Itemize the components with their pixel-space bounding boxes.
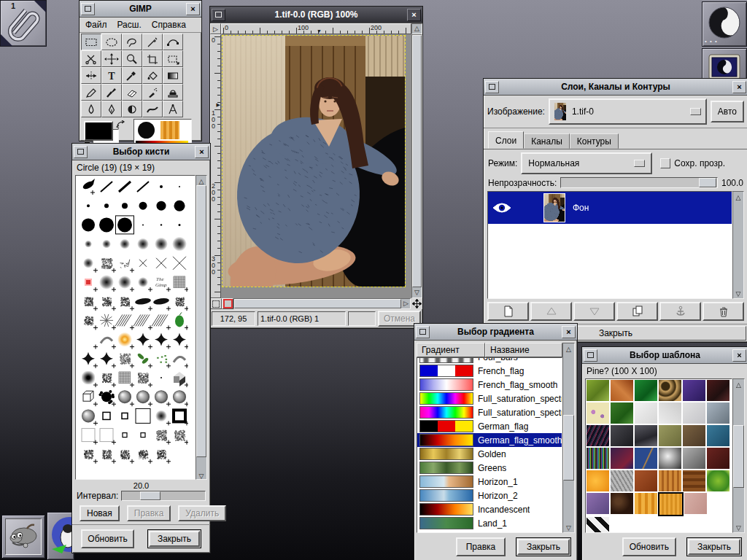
qmask-off-button[interactable]	[210, 298, 222, 309]
minimize-button[interactable]	[212, 9, 225, 21]
close-dialog-button[interactable]: Закрыть	[149, 531, 200, 547]
pattern-cell-1[interactable]	[610, 379, 634, 402]
minimize-button[interactable]	[416, 326, 430, 338]
image-canvas[interactable]	[222, 35, 406, 287]
layer-row[interactable]: Фон	[488, 192, 732, 224]
tool-move[interactable]	[101, 50, 122, 67]
edit-brush-button[interactable]: Правка	[127, 505, 171, 521]
scroll-thumb[interactable]	[196, 185, 206, 457]
auto-button[interactable]: Авто	[711, 101, 744, 122]
pattern-cell-27[interactable]	[658, 470, 682, 492]
brush-grid-canvas[interactable]	[76, 176, 188, 470]
minimize-button[interactable]	[81, 3, 95, 15]
minimize-button[interactable]	[74, 146, 88, 158]
pattern-cell-7[interactable]	[610, 402, 634, 424]
tool-crop[interactable]	[142, 50, 163, 67]
pattern-cell-12[interactable]	[586, 424, 610, 447]
pattern-cell-31[interactable]	[610, 492, 634, 515]
gradient-row-French_flag_smooth[interactable]: French_flag_smooth	[417, 378, 562, 392]
close-button[interactable]: ×	[562, 326, 576, 338]
spacing-slider[interactable]	[121, 491, 206, 501]
brush-scrollbar[interactable]: △ ▽	[196, 175, 207, 480]
tool-dodge-burn[interactable]	[122, 101, 142, 117]
navigation-button[interactable]	[411, 298, 422, 309]
image-dropdown[interactable]: 1.tif-0	[549, 98, 707, 125]
hscroll-right-arrow[interactable]: ▷	[402, 299, 410, 308]
pattern-cell-32[interactable]	[634, 492, 658, 515]
pattern-cell-21[interactable]	[658, 447, 682, 470]
pattern-cell-33[interactable]	[658, 492, 684, 516]
new-layer-button[interactable]	[487, 302, 529, 321]
delete-brush-button[interactable]: Удалить	[178, 505, 226, 521]
tab-layers[interactable]: Слои	[488, 131, 524, 149]
gradient-row-Horizon_2[interactable]: Horizon_2	[417, 489, 562, 502]
gradient-row-Incandescent[interactable]: Incandescent	[417, 502, 562, 516]
pattern-cell-18[interactable]	[586, 447, 610, 470]
tool-ellipse-select[interactable]	[101, 34, 122, 50]
scroll-thumb[interactable]	[733, 425, 744, 488]
scroll-down-arrow[interactable]: ▽	[733, 522, 744, 532]
gradient-row-Horizon_1[interactable]: Horizon_1	[417, 475, 562, 489]
menu-xtns[interactable]: Расш.	[117, 20, 142, 30]
pattern-cell-26[interactable]	[634, 470, 658, 492]
pattern-cell-16[interactable]	[682, 424, 706, 447]
tool-measure[interactable]	[163, 101, 183, 117]
scroll-down-arrow[interactable]: ▽	[733, 288, 743, 298]
tool-rect-select[interactable]	[81, 34, 101, 50]
close-button[interactable]: ×	[732, 81, 746, 93]
gradient-row-German_flag[interactable]: German_flag	[417, 419, 562, 433]
close-button[interactable]: ×	[186, 3, 200, 15]
image-menu-button[interactable]: ▷	[210, 23, 221, 34]
visibility-eye-icon[interactable]	[492, 202, 511, 214]
vscroll-thumb[interactable]	[412, 35, 422, 287]
pattern-cell-25[interactable]	[610, 470, 634, 492]
tool-ink[interactable]	[101, 101, 122, 117]
tab-paths[interactable]: Контуры	[570, 133, 619, 149]
close-button[interactable]: ×	[195, 146, 209, 158]
layers-titlebar[interactable]: Слои, Каналы и Контуры ×	[484, 79, 747, 96]
pattern-cell-29[interactable]	[706, 470, 730, 492]
tool-text[interactable]: T	[101, 67, 122, 84]
tab-channels[interactable]: Каналы	[524, 133, 570, 149]
pattern-cell-13[interactable]	[610, 424, 634, 447]
pattern-titlebar[interactable]: Выбор шаблона ×	[582, 347, 747, 364]
swap-colors-icon[interactable]	[116, 120, 126, 129]
horizontal-scrollbar[interactable]: ▷	[233, 298, 411, 309]
anchor-layer-button[interactable]	[659, 302, 701, 321]
tool-transform[interactable]	[163, 50, 183, 67]
tool-flip[interactable]	[81, 67, 101, 84]
brush-list[interactable]	[75, 175, 196, 480]
scroll-up-arrow[interactable]: △	[196, 176, 206, 184]
vscroll-up-arrow[interactable]: △	[411, 23, 422, 34]
layer-scrollbar[interactable]: △ ▽	[732, 191, 744, 299]
opacity-slider[interactable]	[560, 177, 718, 188]
refresh-button[interactable]: Обновить	[622, 537, 676, 556]
toolbox-titlebar[interactable]: GIMP ×	[80, 1, 201, 18]
menu-file[interactable]: Файл	[85, 20, 107, 30]
pattern-cell-9[interactable]	[658, 402, 682, 424]
qmask-on-button[interactable]	[222, 298, 233, 309]
close-dialog-button[interactable]: Закрыть	[688, 539, 740, 555]
pattern-cell-0[interactable]	[586, 379, 610, 402]
new-brush-button[interactable]: Новая	[80, 505, 120, 521]
pattern-cell-17[interactable]	[706, 424, 730, 447]
opacity-slider-thumb[interactable]	[699, 178, 716, 187]
edit-gradient-button[interactable]: Правка	[456, 537, 506, 556]
pattern-cell-23[interactable]	[706, 447, 730, 470]
delete-layer-button[interactable]	[703, 302, 744, 321]
gradient-row-Full_saturation_spectr[interactable]: Full_saturation_spectr	[417, 405, 562, 419]
tool-clone[interactable]	[163, 84, 183, 101]
tool-airbrush[interactable]	[142, 84, 163, 101]
pattern-cell-10[interactable]	[682, 402, 706, 424]
gradient-scrollbar[interactable]: △ ▽	[562, 343, 575, 533]
mode-dropdown[interactable]: Нормальная	[521, 152, 652, 174]
pattern-cell-22[interactable]	[682, 447, 706, 470]
dock-tile-penguin[interactable]	[47, 512, 74, 560]
pattern-cell-28[interactable]	[682, 470, 706, 492]
scroll-up-arrow[interactable]: △	[733, 379, 744, 389]
canvas-area[interactable]	[221, 34, 411, 298]
close-button[interactable]: ×	[732, 349, 746, 362]
gradient-row-German_flag_smooth[interactable]: German_flag_smooth	[417, 433, 562, 447]
tool-smudge[interactable]	[142, 101, 163, 117]
tool-bucket-fill[interactable]	[142, 67, 163, 84]
